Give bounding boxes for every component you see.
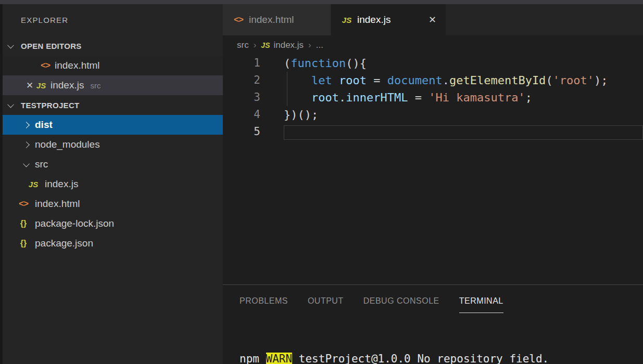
tree-item-node-modules[interactable]: node_modules [3, 135, 223, 154]
terminal-output[interactable]: npm WARN testProject@1.0.0 No repository… [239, 326, 643, 364]
tree-item-label: package.json [35, 238, 93, 249]
tree-item-label: index.html [35, 198, 80, 210]
chevron-down-icon [7, 103, 14, 108]
section-label: OPEN EDITORS [21, 42, 82, 50]
code-line-2[interactable]: 2 let root = document.getElementById('ro… [223, 72, 643, 89]
js-file-icon: JS [35, 81, 47, 90]
tab-terminal[interactable]: TERMINAL [459, 293, 503, 313]
indent-guide [287, 72, 287, 106]
tree-item-label: dist [35, 119, 53, 131]
breadcrumb: src › JS index.js › ... [223, 35, 643, 55]
tab-label: index.js [357, 14, 390, 25]
code-line-4[interactable]: 4 })(); [223, 106, 643, 123]
json-file-icon: {} [17, 239, 30, 248]
open-editor-label: index.html [55, 60, 100, 71]
js-file-icon: JS [27, 180, 40, 189]
html-file-icon: <> [17, 199, 30, 209]
tab-problems[interactable]: PROBLEMS [239, 293, 288, 309]
js-file-icon: JS [261, 41, 270, 49]
html-file-icon: <> [232, 15, 245, 25]
editor-tab-bar: <> index.html JS index.js ✕ [223, 4, 643, 35]
chevron-down-icon [22, 162, 30, 167]
tree-item-label: src [35, 159, 48, 170]
vscode-window: EXPLORER OPEN EDITORS <> index.html ✕ JS… [0, 0, 643, 364]
line-number: 5 [223, 123, 260, 140]
breadcrumb-separator-icon: › [308, 40, 311, 50]
tab-index-html[interactable]: <> index.html [223, 4, 331, 35]
breadcrumb-item-src[interactable]: src [237, 40, 249, 50]
chevron-right-icon [22, 142, 30, 147]
open-editor-label: index.js [51, 80, 84, 91]
code-line-1[interactable]: 1 (function(){ [223, 55, 643, 72]
line-number: 2 [223, 72, 260, 89]
tree-item-label: package-lock.json [35, 218, 114, 229]
close-tab-button[interactable]: ✕ [421, 14, 436, 25]
tree-item-label: index.js [45, 178, 78, 190]
project-section-header[interactable]: TESTPROJECT [3, 95, 223, 115]
current-line-highlight [284, 125, 643, 140]
tab-output[interactable]: OUTPUT [308, 293, 344, 309]
js-file-icon: JS [341, 16, 353, 24]
tree-item-src-index-js[interactable]: JS index.js [3, 174, 223, 194]
tab-index-js[interactable]: JS index.js ✕ [331, 4, 446, 35]
tree-item-label: node_modules [35, 139, 100, 150]
breadcrumb-item-file[interactable]: index.js [273, 40, 304, 50]
breadcrumb-separator-icon: › [254, 40, 257, 50]
tab-debug-console[interactable]: DEBUG CONSOLE [363, 293, 439, 309]
terminal-line: npm WARN testProject@1.0.0 No repository… [239, 351, 643, 364]
line-number: 3 [223, 89, 260, 106]
code-line-3[interactable]: 3 root.innerHTML = 'Hi kamasutra'; [223, 89, 643, 106]
open-editor-path-badge: src [90, 81, 100, 90]
tree-item-index-html[interactable]: <> index.html [3, 194, 223, 214]
json-file-icon: {} [17, 219, 30, 228]
bottom-panel: PROBLEMS OUTPUT DEBUG CONSOLE TERMINAL n… [223, 284, 643, 364]
explorer-sidebar: EXPLORER OPEN EDITORS <> index.html ✕ JS… [3, 4, 223, 364]
close-editor-button[interactable]: ✕ [24, 80, 35, 91]
html-file-icon: <> [39, 60, 52, 71]
tree-item-dist[interactable]: dist [3, 115, 223, 135]
line-number: 1 [223, 55, 260, 72]
title-bar [0, 0, 643, 4]
line-number: 4 [223, 106, 260, 123]
open-editor-index-js[interactable]: ✕ JS index.js src [3, 75, 223, 95]
explorer-title: EXPLORER [3, 4, 223, 36]
chevron-down-icon [7, 44, 14, 48]
panel-tab-bar: PROBLEMS OUTPUT DEBUG CONSOLE TERMINAL [239, 293, 503, 313]
open-editor-index-html[interactable]: <> index.html [3, 56, 223, 75]
tab-label: index.html [249, 14, 294, 25]
tree-item-src[interactable]: src [3, 154, 223, 174]
tree-item-package-lock-json[interactable]: {} package-lock.json [3, 214, 223, 233]
tree-item-package-json[interactable]: {} package.json [3, 233, 223, 253]
breadcrumb-item-symbol[interactable]: ... [316, 40, 323, 50]
editor-area: <> index.html JS index.js ✕ src › JS ind… [223, 4, 643, 364]
open-editors-header[interactable]: OPEN EDITORS [3, 36, 223, 56]
chevron-right-icon [22, 123, 30, 127]
section-label: TESTPROJECT [21, 101, 79, 110]
